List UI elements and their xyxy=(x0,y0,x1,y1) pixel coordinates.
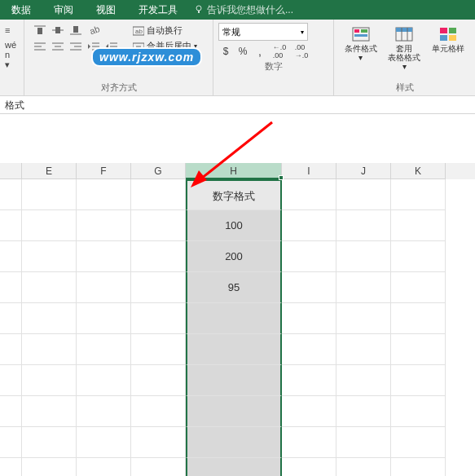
cell[interactable] xyxy=(77,303,131,334)
cell-edge[interactable] xyxy=(0,210,22,241)
cell[interactable] xyxy=(77,334,131,365)
cell[interactable] xyxy=(131,458,186,476)
cell[interactable] xyxy=(336,365,391,396)
cell-H[interactable] xyxy=(186,458,282,476)
formula-bar[interactable]: 格式 xyxy=(0,96,475,114)
cell[interactable] xyxy=(391,210,446,241)
cell-H[interactable] xyxy=(186,427,282,458)
cell[interactable] xyxy=(131,303,186,334)
align-center-icon[interactable] xyxy=(51,39,65,54)
table-format-button[interactable]: 套用 表格格式▾ xyxy=(385,23,424,80)
tab-dev[interactable]: 开发工具 xyxy=(127,0,189,20)
cell[interactable] xyxy=(336,210,391,241)
cell[interactable] xyxy=(77,210,131,241)
cell[interactable] xyxy=(391,427,446,458)
cell[interactable] xyxy=(336,427,391,458)
col-G[interactable]: G xyxy=(131,163,186,179)
cell[interactable] xyxy=(131,427,186,458)
align-middle-icon[interactable] xyxy=(51,23,65,37)
cell-edge[interactable] xyxy=(0,458,22,476)
cell[interactable] xyxy=(282,272,336,303)
cell[interactable] xyxy=(77,427,131,458)
percent-icon[interactable]: % xyxy=(235,44,250,59)
side-bot[interactable]: n ▾ xyxy=(5,52,15,67)
tab-review[interactable]: 审阅 xyxy=(42,0,85,20)
cell-H[interactable]: 95 xyxy=(186,272,282,303)
cell[interactable] xyxy=(336,396,391,427)
cell-edge[interactable] xyxy=(0,365,22,396)
cell[interactable] xyxy=(391,303,446,334)
align-bottom-icon[interactable] xyxy=(68,23,83,37)
dec-decimal-icon[interactable]: .00→.0 xyxy=(292,44,311,59)
col-I[interactable]: I xyxy=(282,163,336,179)
cell[interactable] xyxy=(336,458,391,476)
tell-me[interactable]: 告诉我您想做什么... xyxy=(194,3,293,17)
cell-edge[interactable] xyxy=(0,179,22,210)
cell[interactable] xyxy=(336,303,391,334)
cell-H[interactable] xyxy=(186,334,282,365)
cell[interactable] xyxy=(391,365,446,396)
col-K[interactable]: K xyxy=(391,163,446,179)
cell[interactable] xyxy=(391,179,446,210)
cell[interactable] xyxy=(336,272,391,303)
cell[interactable] xyxy=(391,334,446,365)
currency-icon[interactable]: $ xyxy=(218,44,233,59)
cell[interactable] xyxy=(282,303,336,334)
cell-edge[interactable] xyxy=(0,396,22,427)
cell[interactable] xyxy=(77,241,131,272)
cell[interactable] xyxy=(282,365,336,396)
cell[interactable] xyxy=(391,272,446,303)
cell-edge[interactable] xyxy=(0,272,22,303)
cell[interactable] xyxy=(131,365,186,396)
cell[interactable] xyxy=(22,365,77,396)
cell-H[interactable] xyxy=(186,365,282,396)
wrap-text-button[interactable]: ab 自动换行 xyxy=(129,23,201,38)
orientation-icon[interactable]: ab xyxy=(86,23,101,37)
cell[interactable] xyxy=(282,427,336,458)
cell[interactable] xyxy=(391,458,446,476)
cell-format-button[interactable]: 单元格样 xyxy=(429,23,468,80)
cell[interactable] xyxy=(22,396,77,427)
cell[interactable] xyxy=(282,334,336,365)
col-E[interactable]: E xyxy=(22,163,77,179)
cell[interactable] xyxy=(131,396,186,427)
cell[interactable] xyxy=(131,241,186,272)
cell-H[interactable]: 200 xyxy=(186,241,282,272)
cell[interactable] xyxy=(391,396,446,427)
cell[interactable] xyxy=(22,272,77,303)
align-top-icon[interactable] xyxy=(33,23,47,37)
col-J[interactable]: J xyxy=(336,163,391,179)
cell[interactable] xyxy=(282,179,336,210)
cell[interactable] xyxy=(336,334,391,365)
cell[interactable] xyxy=(391,241,446,272)
cell[interactable] xyxy=(22,241,77,272)
cell[interactable] xyxy=(131,179,186,210)
cell-H[interactable] xyxy=(186,396,282,427)
cell-H[interactable] xyxy=(186,303,282,334)
align-right-icon[interactable] xyxy=(68,39,83,54)
cell-H[interactable]: 100 xyxy=(186,210,282,241)
cell[interactable] xyxy=(22,179,77,210)
cell[interactable] xyxy=(77,272,131,303)
cond-format-button[interactable]: 条件格式▾ xyxy=(341,23,380,80)
cell[interactable] xyxy=(336,241,391,272)
cell[interactable] xyxy=(77,458,131,476)
inc-decimal-icon[interactable]: ←.0.00 xyxy=(270,44,289,59)
cell[interactable] xyxy=(77,179,131,210)
cell[interactable] xyxy=(22,334,77,365)
cell[interactable] xyxy=(77,396,131,427)
tab-view[interactable]: 视图 xyxy=(85,0,127,20)
cell-edge[interactable] xyxy=(0,334,22,365)
number-format-combo[interactable]: 常规▾ xyxy=(218,23,308,41)
col-F[interactable]: F xyxy=(77,163,131,179)
cell[interactable] xyxy=(22,458,77,476)
comma-icon[interactable]: , xyxy=(253,44,267,59)
align-left-icon[interactable] xyxy=(33,39,47,54)
cell[interactable] xyxy=(22,303,77,334)
cell[interactable] xyxy=(336,179,391,210)
cell[interactable] xyxy=(131,334,186,365)
side-top[interactable]: ≡ xyxy=(5,23,15,37)
cell[interactable] xyxy=(131,210,186,241)
tab-data[interactable]: 数据 xyxy=(0,0,42,20)
cell[interactable] xyxy=(22,427,77,458)
